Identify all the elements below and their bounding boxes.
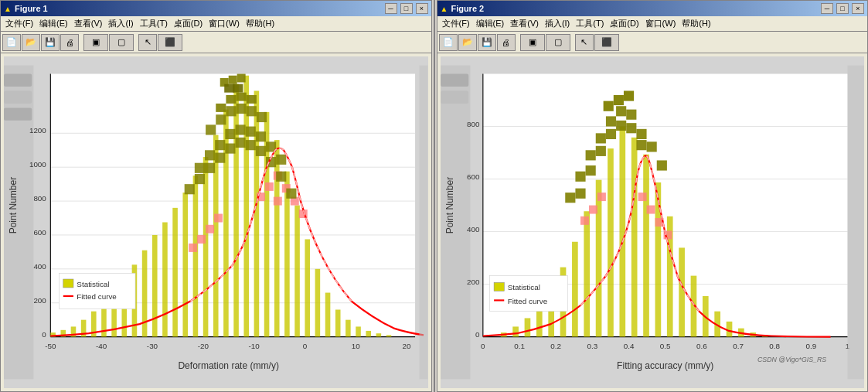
- menu-edit-1[interactable]: 编辑(E): [36, 17, 71, 30]
- open-btn-1[interactable]: 📂: [22, 34, 40, 51]
- figure-1-menu-bar: 文件(F) 编辑(E) 查看(V) 插入(I) 工具(T) 桌面(D) 窗口(W…: [1, 16, 431, 32]
- menu-desktop-1[interactable]: 桌面(D): [171, 17, 206, 30]
- menu-insert-2[interactable]: 插入(I): [542, 17, 573, 30]
- svg-rect-188: [646, 206, 655, 214]
- print-btn-2[interactable]: 🖨: [497, 34, 516, 51]
- svg-rect-163: [679, 247, 685, 336]
- figure-2-toolbar: 📄 📂 💾 🖨 ▣ ▢ ↖ ⬛: [437, 32, 868, 53]
- svg-rect-192: [597, 193, 605, 201]
- svg-rect-111: [286, 189, 296, 199]
- svg-rect-182: [656, 160, 666, 170]
- svg-rect-50: [233, 84, 239, 337]
- menu-file-2[interactable]: 文件(F): [439, 17, 473, 30]
- figure-1-toolbar: 📄 📂 💾 🖨 ▣ ▢ ↖ ⬛: [1, 32, 431, 53]
- svg-rect-62: [356, 326, 361, 336]
- svg-rect-117: [420, 66, 428, 380]
- figure-2-chart-container: Point Number Fitting accuracy (mm/y) 0 2…: [441, 56, 865, 388]
- svg-rect-97: [246, 127, 256, 137]
- svg-text:Deformation rate (mm/y): Deformation rate (mm/y): [178, 360, 279, 371]
- menu-tools-1[interactable]: 工具(T): [137, 17, 171, 30]
- svg-text:0: 0: [475, 330, 479, 339]
- svg-rect-150: [524, 318, 530, 336]
- svg-text:-50: -50: [45, 342, 56, 350]
- save-btn-1[interactable]: 💾: [41, 34, 60, 51]
- menu-desktop-2[interactable]: 桌面(D): [607, 17, 642, 30]
- menu-edit-2[interactable]: 编辑(E): [473, 17, 508, 30]
- menu-file-1[interactable]: 文件(F): [2, 17, 36, 30]
- svg-rect-94: [215, 140, 225, 150]
- svg-rect-167: [726, 322, 732, 337]
- svg-rect-85: [274, 197, 282, 206]
- cursor-btn-2[interactable]: ↖: [575, 34, 594, 51]
- zoom-in-btn-1[interactable]: ▣: [83, 34, 108, 51]
- print-btn-1[interactable]: 🖨: [60, 34, 79, 51]
- svg-rect-54: [274, 140, 280, 337]
- svg-rect-198: [489, 276, 567, 312]
- svg-text:600: 600: [467, 172, 480, 181]
- menu-window-2[interactable]: 窗口(W): [642, 17, 679, 30]
- svg-rect-86: [206, 225, 214, 233]
- svg-rect-177: [565, 193, 575, 203]
- open-btn-2[interactable]: 📂: [458, 34, 477, 51]
- svg-rect-82: [265, 182, 274, 191]
- svg-text:Statistical: Statistical: [507, 283, 540, 291]
- svg-rect-43: [162, 223, 168, 337]
- menu-help-1[interactable]: 帮助(H): [243, 17, 277, 30]
- zoom-out-btn-1[interactable]: ▢: [109, 34, 134, 51]
- svg-text:1000: 1000: [29, 160, 46, 169]
- svg-rect-110: [276, 172, 286, 182]
- svg-rect-59: [325, 293, 331, 337]
- svg-text:200: 200: [33, 296, 46, 305]
- svg-rect-191: [588, 206, 597, 214]
- svg-rect-93: [205, 150, 215, 160]
- svg-rect-171: [605, 116, 615, 126]
- svg-text:-20: -20: [198, 342, 209, 350]
- zoom-in-btn-2[interactable]: ▣: [520, 34, 545, 51]
- svg-rect-159: [631, 138, 637, 337]
- new-btn-1[interactable]: 📄: [2, 34, 21, 51]
- menu-help-2[interactable]: 帮助(H): [679, 17, 713, 30]
- svg-text:400: 400: [467, 225, 480, 233]
- svg-rect-76: [216, 114, 226, 124]
- figure-2-menu-bar: 文件(F) 编辑(E) 查看(V) 插入(I) 工具(T) 桌面(D) 窗口(W…: [437, 16, 868, 32]
- svg-rect-75: [206, 124, 216, 135]
- svg-rect-120: [441, 74, 468, 87]
- svg-rect-154: [572, 242, 578, 337]
- svg-rect-67: [229, 76, 237, 84]
- figure-1-plot-area: Point Number Deformation rate (mm/y) 0 2…: [1, 53, 431, 391]
- pan-btn-1[interactable]: ⬛: [158, 34, 182, 51]
- svg-rect-63: [366, 331, 371, 337]
- svg-text:20: 20: [403, 342, 411, 350]
- svg-rect-73: [237, 93, 247, 101]
- svg-rect-103: [205, 163, 215, 173]
- restore-button-2[interactable]: □: [836, 3, 849, 14]
- close-button-1[interactable]: ×: [416, 3, 428, 14]
- svg-rect-72: [226, 95, 236, 104]
- menu-window-1[interactable]: 窗口(W): [206, 17, 243, 30]
- zoom-out-btn-2[interactable]: ▢: [546, 34, 570, 51]
- svg-text:0.8: 0.8: [769, 342, 780, 350]
- svg-rect-156: [595, 180, 601, 337]
- svg-rect-105: [225, 143, 235, 153]
- svg-rect-96: [235, 124, 245, 135]
- svg-rect-149: [512, 326, 519, 336]
- cursor-btn-1[interactable]: ↖: [138, 34, 157, 51]
- save-btn-2[interactable]: 💾: [478, 34, 496, 51]
- minimize-button-1[interactable]: ─: [385, 3, 397, 14]
- restore-button-1[interactable]: □: [400, 3, 413, 14]
- svg-rect-92: [195, 163, 205, 173]
- figure-2-title-bar: ▲ Figure 2 ─ □ ×: [437, 1, 868, 16]
- svg-rect-42: [152, 235, 158, 337]
- close-button-2[interactable]: ×: [852, 3, 864, 14]
- menu-insert-1[interactable]: 插入(I): [105, 17, 136, 30]
- pan-btn-2[interactable]: ⬛: [594, 34, 619, 51]
- minimize-button-2[interactable]: ─: [821, 3, 833, 14]
- figure-2-window: ▲ Figure 2 ─ □ × 文件(F) 编辑(E) 查看(V) 插入(I)…: [437, 0, 869, 392]
- svg-rect-180: [636, 129, 646, 139]
- svg-rect-4: [4, 107, 32, 120]
- new-btn-2[interactable]: 📄: [439, 34, 458, 51]
- menu-view-1[interactable]: 查看(V): [71, 17, 106, 30]
- menu-view-2[interactable]: 查看(V): [507, 17, 542, 30]
- svg-rect-57: [305, 239, 310, 336]
- menu-tools-2[interactable]: 工具(T): [573, 17, 607, 30]
